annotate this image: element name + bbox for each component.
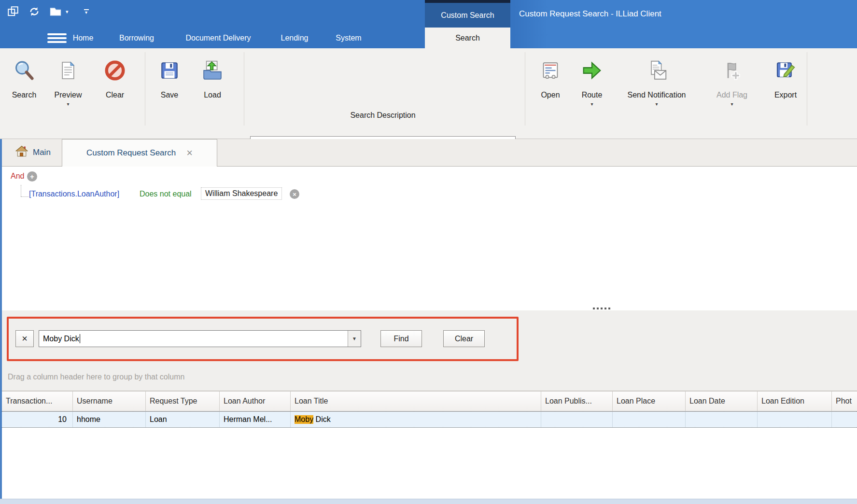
title-bar: ▾ ▾ Custom Search Custom Request Search … [0,0,857,28]
add-flag-button: Add Flag ▾ [701,50,763,123]
column-header-username[interactable]: Username [73,392,146,411]
document-tab-strip: Main Custom Request Search × [2,139,857,167]
send-notification-icon [646,50,668,91]
remove-condition-icon[interactable]: × [290,189,299,199]
find-dropdown-icon[interactable]: ▼ [348,331,361,347]
search-button[interactable]: Search [5,50,43,123]
cell-request-type[interactable]: Loan [146,412,220,427]
search-description-label: Search Description [250,111,516,123]
illiad-client-window: ▾ ▾ Custom Search Custom Request Search … [0,0,857,504]
column-header-transaction[interactable]: Transaction... [2,392,73,411]
group-by-panel[interactable]: Drag a column header here to group by th… [2,365,857,391]
home-icon [14,145,29,160]
clear-find-button[interactable]: Clear [443,330,485,347]
cell-loan-publisher[interactable] [541,412,613,427]
cell-loan-edition[interactable] [758,412,832,427]
find-panel: × Moby Dick ▼ Find Clear [2,310,857,365]
cell-photo[interactable] [832,412,857,427]
results-grid: Drag a column header here to group by th… [2,365,857,499]
query-field[interactable]: [Transactions.LoanAuthor] [29,190,119,198]
cell-transaction-number[interactable]: 10 [2,412,73,427]
window-title: Custom Request Search - ILLiad Client [519,0,661,28]
tab-lending[interactable]: Lending [273,28,316,48]
ribbon-group-separator [145,52,145,126]
route-dropdown-icon[interactable]: ▾ [590,101,593,108]
ribbon: Search Preview ▾ Clear Parame [0,48,857,139]
tab-custom-request-search[interactable]: Custom Request Search × [62,139,217,167]
tab-document-delivery[interactable]: Document Delivery [177,28,260,48]
export-icon [775,50,796,91]
customize-toolbar-icon[interactable]: ▾ [84,9,89,14]
new-folder-dropdown-icon[interactable]: ▾ [66,9,69,15]
tab-borrowing[interactable]: Borrowing [111,28,162,48]
tab-search-active[interactable]: Search [425,28,510,48]
tab-home[interactable]: Home [68,28,98,48]
route-button[interactable]: Route ▾ [572,50,612,123]
tab-main[interactable]: Main [10,139,56,166]
cell-loan-title[interactable]: Moby Dick [291,412,541,427]
contextual-tab-group: Custom Search [425,0,510,28]
clear-icon [104,50,126,91]
cell-loan-place[interactable] [613,412,686,427]
ribbon-tab-row: Home Borrowing Document Delivery Lending… [0,28,857,48]
close-find-panel-button[interactable]: × [15,330,34,347]
column-header-loan-date[interactable]: Loan Date [686,392,758,411]
tab-system[interactable]: System [326,28,371,48]
add-flag-icon [722,50,742,91]
ribbon-group-separator [244,52,244,126]
column-header-loan-place[interactable]: Loan Place [613,392,686,411]
find-search-input[interactable]: Moby Dick [39,331,348,347]
column-header-loan-publisher[interactable]: Loan Publis... [541,392,613,411]
query-group-operator[interactable]: And [11,172,24,181]
query-value[interactable]: William Shakespeare [201,187,282,200]
refresh-icon[interactable] [27,4,42,19]
load-button[interactable]: Load [192,50,233,123]
cell-loan-author[interactable]: Herman Mel... [220,412,291,427]
text-caret [80,334,80,343]
find-button[interactable]: Find [380,330,422,347]
query-operator[interactable]: Does not equal [140,190,192,198]
open-icon [540,50,561,91]
quick-access-toolbar: ▾ ▾ [0,0,89,23]
find-search-combo: Moby Dick ▼ [39,330,361,347]
ribbon-group-separator [525,52,525,126]
tab-custom-request-search-label: Custom Request Search [86,148,176,158]
cell-loan-date[interactable] [686,412,758,427]
column-header-loan-edition[interactable]: Loan Edition [758,392,832,411]
cell-username[interactable]: hhome [73,412,146,427]
column-header-photo[interactable]: Phot [832,392,857,411]
query-tree-line [21,185,22,196]
open-button[interactable]: Open [533,50,568,123]
grid-header-row: Transaction... Username Request Type Loa… [2,391,857,411]
preview-button[interactable]: Preview ▾ [46,50,90,123]
switch-windows-icon[interactable] [6,4,20,19]
add-flag-dropdown-icon: ▾ [731,101,733,108]
clear-button[interactable]: Clear [94,50,136,123]
add-condition-icon[interactable]: + [27,171,37,182]
save-icon [159,50,180,91]
load-icon [202,50,223,91]
preview-dropdown-icon[interactable]: ▾ [67,101,69,108]
query-builder-canvas: And + [Transactions.LoanAuthor] Does not… [2,167,857,310]
table-row-selected[interactable]: 10 hhome Loan Herman Mel... Moby Dick [2,411,857,428]
column-header-loan-title[interactable]: Loan Title [291,392,541,411]
loan-title-rest: Dick [313,415,331,424]
column-header-request-type[interactable]: Request Type [146,392,220,411]
search-match-highlight: Moby [295,415,313,424]
export-button[interactable]: Export [767,50,804,123]
preview-icon [58,50,78,91]
search-icon [14,50,35,91]
query-tree-line [21,196,28,197]
group-by-hint: Drag a column header here to group by th… [2,365,857,381]
find-search-value: Moby Dick [43,335,79,343]
send-notification-button[interactable]: Send Notification ▾ [617,50,696,123]
route-icon [581,50,603,91]
save-button[interactable]: Save [151,50,188,123]
column-header-loan-author[interactable]: Loan Author [220,392,291,411]
tab-main-label: Main [33,148,51,157]
window-bottom-border [0,499,857,504]
send-notification-dropdown-icon[interactable]: ▾ [655,101,658,108]
tab-close-icon[interactable]: × [186,148,193,158]
splitter-handle[interactable] [593,308,610,309]
new-folder-icon[interactable] [48,4,63,19]
